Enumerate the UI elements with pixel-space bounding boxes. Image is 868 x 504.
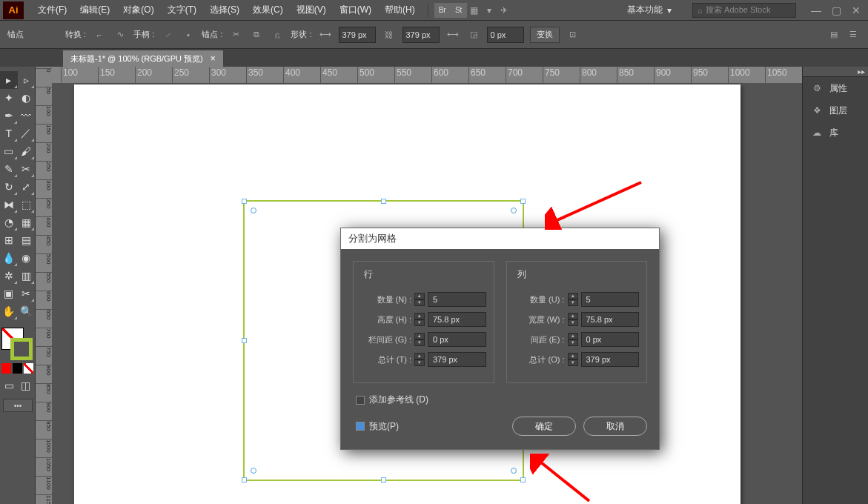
stepper-up[interactable]: ▴ bbox=[568, 313, 578, 319]
corner-radius-input[interactable]: 0 px bbox=[487, 27, 524, 43]
menu-object[interactable]: 对象(O) bbox=[116, 1, 160, 19]
eraser-tool[interactable]: ✂ bbox=[18, 160, 36, 178]
stepper-down[interactable]: ▾ bbox=[568, 339, 578, 346]
link-icon[interactable]: ⛓ bbox=[382, 27, 397, 42]
pen-tool[interactable]: ✒ bbox=[0, 107, 18, 125]
scale-tool[interactable]: ⤢ bbox=[18, 178, 36, 196]
close-button[interactable]: ✕ bbox=[852, 4, 861, 16]
panel-layers[interactable]: ❖图层 bbox=[803, 99, 868, 122]
handle-s[interactable] bbox=[381, 477, 386, 483]
col-count-input[interactable]: 5 bbox=[581, 292, 640, 307]
stepper-up[interactable]: ▴ bbox=[414, 333, 425, 339]
corner-widget-nw[interactable] bbox=[251, 208, 256, 213]
stepper-up[interactable]: ▴ bbox=[414, 353, 425, 359]
row-count-input[interactable]: 5 bbox=[428, 292, 486, 307]
stepper-down[interactable]: ▾ bbox=[414, 339, 425, 346]
perspective-tool[interactable]: ▦ bbox=[18, 213, 36, 231]
free-transform-tool[interactable]: ⬚ bbox=[18, 196, 36, 213]
menu-select[interactable]: 选择(S) bbox=[203, 1, 246, 19]
chevron-down-icon[interactable]: ▾ bbox=[482, 3, 497, 18]
selection-tool[interactable]: ▸ bbox=[0, 71, 18, 89]
row-total-input[interactable]: 379 px bbox=[428, 352, 486, 367]
add-guides-checkbox[interactable]: 添加参考线 (D) bbox=[356, 394, 647, 406]
col-gap-input[interactable]: 0 px bbox=[581, 332, 640, 347]
menu-view[interactable]: 视图(V) bbox=[290, 1, 333, 19]
menu-text[interactable]: 文字(T) bbox=[161, 1, 203, 19]
draw-mode-icon[interactable]: ◫ bbox=[19, 377, 34, 394]
arrange-icon[interactable]: ▦ bbox=[467, 3, 482, 18]
type-tool[interactable]: T bbox=[0, 125, 18, 142]
artboard-tool[interactable]: ▣ bbox=[0, 285, 18, 302]
handle-ne[interactable] bbox=[520, 199, 526, 204]
gradient-tool[interactable]: ▤ bbox=[18, 231, 36, 249]
cancel-button[interactable]: 取消 bbox=[583, 417, 647, 436]
color-mode-fill[interactable] bbox=[1, 363, 11, 374]
row-gutter-input[interactable]: 0 px bbox=[428, 332, 486, 347]
menu-edit[interactable]: 编辑(E) bbox=[73, 1, 116, 19]
isolate-icon[interactable]: ⊡ bbox=[566, 27, 580, 42]
symbol-sprayer-tool[interactable]: ✲ bbox=[0, 267, 18, 285]
shape-width-input[interactable]: 379 px bbox=[339, 27, 376, 43]
search-stock-input[interactable]: ⌕搜索 Adobe Stock bbox=[692, 3, 796, 18]
handle-n[interactable] bbox=[381, 199, 386, 204]
corner-widget-ne[interactable] bbox=[511, 208, 517, 213]
color-mode-gradient[interactable] bbox=[13, 363, 22, 374]
preview-checkbox[interactable]: 预览(P) bbox=[356, 420, 399, 433]
gpu-icon[interactable]: ✈ bbox=[497, 3, 511, 18]
stepper-up[interactable]: ▴ bbox=[414, 313, 425, 319]
stepper-down[interactable]: ▾ bbox=[414, 319, 425, 326]
slice-tool[interactable]: ✂ bbox=[18, 285, 36, 302]
menu-file[interactable]: 文件(F) bbox=[31, 1, 73, 19]
minimize-button[interactable]: — bbox=[811, 4, 821, 16]
maximize-button[interactable]: ▢ bbox=[832, 4, 841, 16]
curvature-tool[interactable]: 〰 bbox=[18, 107, 36, 125]
direct-selection-tool[interactable]: ▹ bbox=[18, 71, 36, 89]
stepper-up[interactable]: ▴ bbox=[568, 353, 578, 359]
zoom-tool[interactable]: 🔍 bbox=[18, 302, 36, 320]
mesh-tool[interactable]: ⊞ bbox=[0, 231, 18, 249]
handle-sw[interactable] bbox=[242, 477, 247, 483]
close-tab-icon[interactable]: × bbox=[211, 53, 216, 64]
corner-widget-se[interactable] bbox=[511, 468, 517, 474]
stepper-up[interactable]: ▴ bbox=[414, 293, 425, 299]
graph-tool[interactable]: ▥ bbox=[18, 267, 36, 285]
screen-mode-icon[interactable]: ▭ bbox=[1, 377, 17, 394]
bridge-button[interactable]: Br bbox=[434, 3, 451, 18]
menu-effect[interactable]: 效果(C) bbox=[246, 1, 290, 19]
width-tool[interactable]: ⧓ bbox=[0, 196, 18, 213]
connect-anchor-icon[interactable]: ⧉ bbox=[249, 27, 264, 42]
panel-properties[interactable]: ⚙属性 bbox=[803, 77, 868, 99]
lasso-tool[interactable]: ◐ bbox=[18, 89, 36, 107]
corner-widget-sw[interactable] bbox=[251, 468, 256, 474]
stepper-down[interactable]: ▾ bbox=[568, 299, 578, 306]
convert-smooth-icon[interactable]: ∿ bbox=[113, 27, 127, 42]
stock-button[interactable]: St bbox=[451, 3, 467, 18]
eyedropper-tool[interactable]: 💧 bbox=[0, 249, 18, 267]
convert-corner-icon[interactable]: ⌐ bbox=[92, 27, 107, 42]
shape-height-input[interactable]: 379 px bbox=[402, 27, 440, 43]
shape-builder-tool[interactable]: ◔ bbox=[0, 213, 18, 231]
handle-hide-icon[interactable]: ▪ bbox=[181, 27, 196, 42]
stepper-down[interactable]: ▾ bbox=[568, 319, 578, 326]
col-total-input[interactable]: 379 px bbox=[581, 352, 640, 367]
remove-anchor-icon[interactable]: ✂ bbox=[228, 27, 243, 42]
edit-toolbar-button[interactable]: ••• bbox=[3, 399, 33, 412]
corner-type-icon[interactable]: ◲ bbox=[466, 27, 481, 42]
collapse-panels-button[interactable]: ▸▸ bbox=[803, 67, 868, 77]
document-tab[interactable]: 未标题-1* @ 100% (RGB/GPU 预览) × bbox=[63, 50, 223, 67]
fill-stroke-control[interactable] bbox=[1, 328, 34, 360]
color-mode-none[interactable] bbox=[24, 363, 33, 374]
col-width-input[interactable]: 75.8 px bbox=[581, 312, 640, 327]
options-menu-icon[interactable]: ☰ bbox=[846, 27, 861, 42]
blend-tool[interactable]: ◉ bbox=[18, 249, 36, 267]
line-tool[interactable]: ／ bbox=[18, 125, 36, 142]
stepper-up[interactable]: ▴ bbox=[568, 333, 578, 339]
align-icon[interactable]: ▤ bbox=[826, 27, 841, 42]
handle-w[interactable] bbox=[242, 338, 247, 343]
rotate-tool[interactable]: ↻ bbox=[0, 178, 18, 196]
handle-se[interactable] bbox=[520, 477, 526, 483]
handle-nw[interactable] bbox=[242, 199, 247, 204]
stroke-swatch[interactable] bbox=[10, 338, 33, 360]
hand-tool[interactable]: ✋ bbox=[0, 302, 18, 320]
rectangle-tool[interactable]: ▭ bbox=[0, 142, 18, 160]
